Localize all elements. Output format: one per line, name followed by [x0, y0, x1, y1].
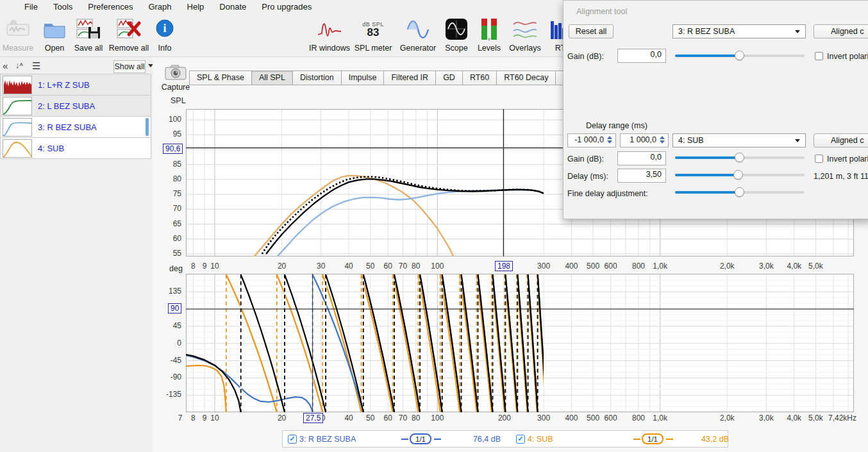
- info-button[interactable]: i Info: [134, 16, 196, 53]
- gain-slider-bottom-handle[interactable]: [735, 153, 744, 162]
- tab-spl-phase[interactable]: SPL & Phase: [189, 71, 252, 85]
- menu-item-file[interactable]: File: [17, 2, 46, 12]
- tab-filtered-ir[interactable]: Filtered IR: [383, 71, 436, 85]
- delay-slider-handle[interactable]: [733, 170, 743, 180]
- menu-item-donate[interactable]: Donate: [212, 2, 254, 12]
- axis-tick-label: 400: [560, 262, 583, 271]
- measurement-thumbnail: [3, 76, 32, 94]
- menu-item-graph[interactable]: Graph: [140, 2, 179, 12]
- measurement-thumbnail: [3, 97, 32, 115]
- fine-delay-slider-handle[interactable]: [735, 187, 744, 197]
- axis-tick-label: 10: [203, 414, 226, 423]
- axis-tick-label: 40: [337, 262, 360, 271]
- measurement-row-3[interactable]: 3: R BEZ SUBA: [0, 116, 151, 138]
- axis-tick-label: 30: [310, 262, 333, 271]
- measurement-thumbnail: [3, 139, 32, 158]
- axis-tick-label: 2,0k: [715, 414, 739, 423]
- sidebar-header: « ↓A ☰ Show all: [0, 60, 153, 75]
- legend-line-sample: [434, 439, 441, 440]
- menu-icon[interactable]: ☰: [32, 60, 40, 72]
- delay-field[interactable]: 3,50: [617, 169, 666, 183]
- measurement-row-4[interactable]: 4: SUB: [0, 137, 151, 159]
- axis-tick-label: 100: [156, 115, 181, 124]
- spin-up-icon[interactable]: [607, 136, 612, 139]
- measurement-row-1[interactable]: 1: L+R Z SUB: [0, 74, 151, 96]
- spin-down-icon[interactable]: [660, 140, 665, 144]
- tab-distortion[interactable]: Distortion: [292, 71, 342, 85]
- delay-slider[interactable]: [675, 170, 805, 180]
- axis-tick-label: 4,0k: [783, 262, 806, 271]
- measurement-selector-bottom[interactable]: 4: SUB: [672, 133, 806, 147]
- fine-delay-slider[interactable]: [675, 187, 805, 197]
- tab-gd[interactable]: GD: [435, 71, 463, 85]
- gain-field-bottom[interactable]: 0,0: [617, 151, 666, 165]
- svg-text:3: 3: [488, 26, 490, 30]
- aligned-copy-button-top[interactable]: Aligned c: [814, 24, 868, 38]
- smoothing-button-1[interactable]: 1/1: [410, 433, 431, 444]
- measurement-list: 1: L+R Z SUB2: L BEZ SUBA3: R BEZ SUBA4:…: [0, 74, 152, 159]
- legend-cursor-value: 43,2 dB: [690, 435, 729, 444]
- gain-field-top[interactable]: 0,0: [617, 49, 666, 63]
- delay-range-label: Delay range (ms): [586, 121, 647, 130]
- measurement-row-2[interactable]: 2: L BEZ SUBA: [0, 95, 151, 117]
- svg-text:0: 0: [488, 20, 490, 24]
- axis-tick-label: 1,0k: [649, 414, 672, 423]
- chevron-down-icon: [795, 30, 800, 33]
- axis-tick-label: 70: [156, 204, 181, 213]
- axis-tick-label: -135: [156, 390, 181, 399]
- measurement-label: 1: L+R Z SUB: [38, 80, 90, 90]
- cursor-value-frequency-bottom: 27,5: [303, 413, 323, 423]
- aligned-copy-button-bottom[interactable]: Aligned c: [814, 133, 868, 147]
- tab-impulse[interactable]: Impulse: [341, 71, 385, 85]
- sort-icon[interactable]: ↓A: [15, 60, 23, 70]
- axis-tick-label: 75: [156, 189, 181, 198]
- axis-tick-label: 7,42kHz: [821, 414, 856, 423]
- axis-tick-label: 3,0k: [755, 262, 778, 271]
- gain-slider-top-handle[interactable]: [735, 51, 744, 60]
- spin-down-icon[interactable]: [607, 140, 612, 144]
- gain-slider-bottom[interactable]: [675, 153, 805, 163]
- axis-tick-label: 20: [271, 262, 294, 271]
- legend-checkbox-2[interactable]: ✓: [516, 435, 525, 444]
- collapse-sidebar-icon[interactable]: «: [3, 60, 8, 71]
- capture-label: Capture: [160, 83, 191, 92]
- menu-item-preferences[interactable]: Preferences: [80, 2, 140, 12]
- cursor-value-phase: 90: [168, 303, 181, 314]
- gain-slider-top[interactable]: [675, 51, 805, 61]
- phase-chart[interactable]: [186, 274, 854, 412]
- alignment-tool-title: Alignment tool: [576, 7, 627, 16]
- cursor-value-frequency: 198: [495, 261, 513, 271]
- capture-button[interactable]: Capture: [160, 65, 191, 92]
- measurement-label: 3: R BEZ SUBA: [38, 122, 97, 132]
- measurement-thumbnail: [3, 118, 32, 137]
- measurement-selector-bottom-value: 4: SUB: [678, 136, 704, 145]
- measurement-selector-top[interactable]: 3: R BEZ SUBA: [672, 24, 806, 38]
- delay-max-spinner[interactable]: 1 000,0: [620, 133, 669, 147]
- legend-checkbox-1[interactable]: ✓: [288, 435, 297, 444]
- axis-tick-label: 400: [560, 414, 583, 423]
- smoothing-button-2[interactable]: 1/1: [642, 433, 664, 444]
- axis-tick-label: 100: [426, 414, 449, 423]
- axis-tick-label: 800: [627, 414, 650, 423]
- axis-tick-label: 100: [426, 262, 449, 271]
- reset-all-button[interactable]: Reset all: [569, 24, 613, 38]
- cursor-value-spl: 90,6: [163, 144, 183, 154]
- delay-min-spinner[interactable]: -1 000,0: [567, 133, 616, 147]
- axis-tick-label: 55: [156, 249, 181, 258]
- tab-all-spl[interactable]: All SPL: [251, 71, 293, 85]
- spin-up-icon[interactable]: [660, 136, 665, 139]
- show-all-dropdown[interactable]: Show all: [113, 60, 146, 73]
- axis-tick-label: 45: [156, 321, 181, 330]
- menu-item-pro-upgrades[interactable]: Pro upgrades: [254, 2, 319, 12]
- info-label: Info: [134, 44, 196, 53]
- tab-rt60[interactable]: RT60: [462, 71, 497, 85]
- measurement-label: 4: SUB: [38, 144, 64, 153]
- invert-polarity-checkbox-bottom[interactable]: [815, 155, 823, 163]
- axis-tick-label: 135: [156, 287, 181, 296]
- menu-item-help[interactable]: Help: [179, 2, 212, 12]
- menu-item-tools[interactable]: Tools: [46, 2, 80, 12]
- invert-polarity-checkbox-top[interactable]: [815, 52, 823, 60]
- spl-trace-aligned-sum: [266, 179, 544, 254]
- tab-rt60-decay[interactable]: RT60 Decay: [496, 71, 556, 85]
- axis-tick-label: 40: [337, 414, 360, 423]
